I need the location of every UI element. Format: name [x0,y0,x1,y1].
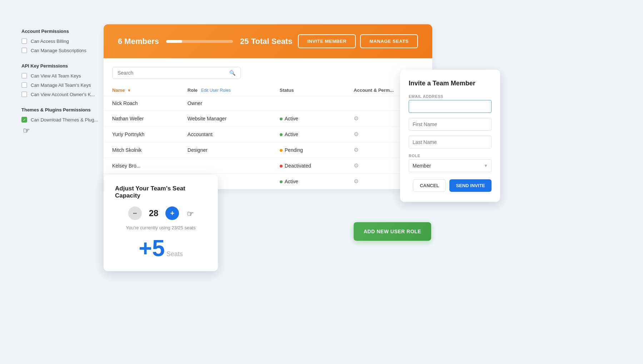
search-input-wrap: 🔍 [112,67,241,79]
table-area: 🔍 Name ▼ Role Edit User Roles Status Acc… [104,58,432,189]
checkbox-manage-keys[interactable] [21,82,27,88]
cell-status: Active [271,174,345,189]
cell-status: Deactivated [271,158,345,174]
cell-name: Nick Roach [104,96,179,111]
manage-seats-button[interactable]: MANAGE SEATS [360,34,418,48]
seat-delta-num: +5 [139,235,165,261]
cell-role: Owner [179,96,271,111]
cursor-hand-icon: ☞ [187,209,194,219]
seats-info: 6 Members 25 Total Seats [118,37,292,46]
seat-usage-text: You're currently using 23/25 seats [115,225,206,230]
checkbox-owner-keys[interactable] [21,91,27,97]
table-row: Mitch SkolnikDesignerPending⚙ [104,142,432,158]
members-count: 6 Members [118,37,159,46]
edit-user-roles-link[interactable]: Edit User Roles [201,88,231,93]
gear-icon[interactable]: ⚙ [354,131,359,137]
cell-role: Accountant [179,126,271,142]
status-dot-icon [280,118,283,120]
col-status: Status [271,85,345,96]
sidebar-label-view-all-keys: Can View All Team Keys [31,73,81,79]
gear-icon[interactable]: ⚙ [354,147,359,153]
stepper-value: 28 [149,208,159,218]
role-select-wrap: Member Admin Owner ▼ [409,159,492,172]
table-row: Kelsey Bro...Deactivated⚙ [104,158,432,174]
sidebar-label-manage-keys: Can Manage All Team's Keys [31,83,91,88]
checkbox-download-themes[interactable]: ✓ [21,117,27,123]
total-seats: 25 Total Seats [240,37,292,46]
seat-delta-label: Seats [166,250,183,258]
seat-popup: Adjust Your Team's Seat Capacity − 28 + … [104,175,218,271]
search-bar-row: 🔍 [104,67,432,85]
checkbox-subscriptions[interactable] [21,48,27,53]
orange-header: 6 Members 25 Total Seats INVITE MEMBER M… [104,24,432,58]
members-table: Name ▼ Role Edit User Roles Status Accou… [104,85,432,189]
gear-icon[interactable]: ⚙ [354,115,359,121]
table-row: Yuriy PortnykhAccountantActive⚙ [104,126,432,142]
gear-icon[interactable]: ⚙ [354,163,359,169]
invite-actions: CANCEL SEND INVITE [409,179,492,192]
cell-role: Website Manager [179,111,271,126]
email-input[interactable] [409,100,492,113]
last-name-input[interactable] [409,136,492,149]
email-field-label: EMAIL ADDRESS [409,94,492,99]
sidebar-label-owner-keys: Can View Account Owner's K... [31,92,95,97]
table-row: Nathan WellerWebsite ManagerActive⚙ [104,111,432,126]
cell-status: Pending [271,142,345,158]
cancel-button[interactable]: CANCEL [413,179,446,192]
cell-name: Kelsey Bro... [104,158,179,174]
seat-delta: +5 Seats [115,237,206,260]
search-input[interactable] [118,70,226,76]
progress-bar-fill [166,40,182,43]
cell-status [271,96,345,111]
cell-role: Designer [179,142,271,158]
header-buttons: INVITE MEMBER MANAGE SEATS [298,34,418,48]
invite-panel: Invite a Team Member EMAIL ADDRESS ROLE … [400,70,500,202]
send-invite-button[interactable]: SEND INVITE [449,179,492,192]
col-role: Role Edit User Roles [179,85,271,96]
main-card: 6 Members 25 Total Seats INVITE MEMBER M… [104,24,432,189]
checkbox-view-all-keys[interactable] [21,73,27,79]
search-icon: 🔍 [229,70,235,76]
sidebar-label-billing: Can Access Billing [31,39,69,44]
cell-status: Active [271,126,345,142]
sidebar-label-download-themes: Can Download Themes & Plug... [31,117,98,123]
checkbox-billing[interactable] [21,38,27,44]
progress-bar-container [166,40,233,43]
add-new-user-role-button[interactable]: ADD NEW USER ROLE [354,222,431,241]
cell-name: Mitch Skolnik [104,142,179,158]
cell-role [179,158,271,174]
invite-panel-title: Invite a Team Member [409,80,492,87]
status-dot-icon [280,165,283,168]
cell-name: Yuriy Portnykh [104,126,179,142]
role-field-label: ROLE [409,154,492,158]
status-dot-icon [280,180,283,183]
col-name: Name ▼ [104,85,179,96]
stepper-minus-button[interactable]: − [128,206,142,220]
status-dot-icon [280,133,283,136]
first-name-input[interactable] [409,118,492,131]
invite-member-button[interactable]: INVITE MEMBER [298,34,356,48]
table-row: Nick RoachOwner [104,96,432,111]
seat-popup-title: Adjust Your Team's Seat Capacity [115,185,206,199]
gear-icon[interactable]: ⚙ [354,178,359,184]
stepper-plus-button[interactable]: + [165,206,179,220]
sort-arrow-icon: ▼ [127,88,131,93]
role-select[interactable]: Member Admin Owner [409,159,492,172]
cell-name: Nathan Weller [104,111,179,126]
cell-status: Active [271,111,345,126]
stepper-row: − 28 + ☞ [115,206,206,220]
sidebar-label-subscriptions: Can Manage Subscriptions [31,48,86,53]
status-dot-icon [280,149,283,152]
